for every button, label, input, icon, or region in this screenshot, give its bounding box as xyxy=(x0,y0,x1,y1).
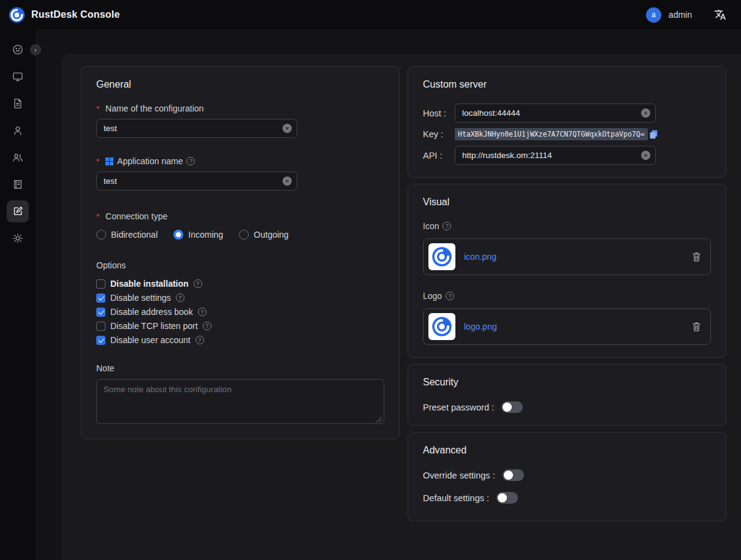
radio-circle xyxy=(173,230,183,240)
translate-icon[interactable] xyxy=(714,9,726,21)
icon-file-row: icon.png xyxy=(423,238,711,275)
visual-title: Visual xyxy=(423,197,711,208)
note-label: Note xyxy=(96,363,384,373)
options-label: Options xyxy=(96,260,384,270)
connection-type-label: * Connection type xyxy=(96,211,384,221)
advanced-card: Advanced Override settings : Default set… xyxy=(408,432,726,521)
checkbox-box xyxy=(96,293,105,303)
logbook-icon xyxy=(12,178,24,191)
settings-gear-icon xyxy=(12,232,24,244)
radio-circle xyxy=(239,230,249,240)
checkbox-box xyxy=(96,308,105,317)
radio-circle xyxy=(96,230,106,240)
icon-label: Icon ? xyxy=(423,221,711,231)
logo-filename-link[interactable]: logo.png xyxy=(464,322,497,331)
monitor-icon xyxy=(12,70,24,83)
options-list: Disable installation ? Disable settings … xyxy=(96,279,384,345)
required-asterisk: * xyxy=(96,157,99,166)
help-icon[interactable]: ? xyxy=(446,292,454,300)
username[interactable]: admin xyxy=(669,10,692,20)
checkbox-box xyxy=(96,279,105,289)
key-value[interactable]: HtaXBkJNHyn0e1U1jWXze7A7CN7QTGWqxkOtpaVp… xyxy=(455,128,648,140)
rustdesk-logo-icon xyxy=(431,316,453,338)
checkbox-box xyxy=(96,322,105,331)
advanced-title: Advanced xyxy=(423,445,711,456)
visual-card: Visual Icon ? xyxy=(408,184,726,358)
content-panel: General * Name of the configuration ✕ * xyxy=(61,54,741,560)
required-asterisk: * xyxy=(96,212,99,221)
document-icon xyxy=(12,97,24,110)
preset-password-toggle[interactable] xyxy=(501,401,523,413)
checkbox-disable-address-book[interactable]: Disable address book ? xyxy=(96,307,384,317)
edit-icon xyxy=(12,205,24,218)
help-icon[interactable]: ? xyxy=(194,279,202,288)
icon-filename-link[interactable]: icon.png xyxy=(464,252,496,262)
host-label: Host : xyxy=(423,108,455,118)
checkbox-disable-tcp-listen-port[interactable]: Disable TCP listen port ? xyxy=(96,321,384,331)
key-label: Key : xyxy=(423,129,455,139)
clear-icon[interactable]: ✕ xyxy=(283,176,292,186)
clear-icon[interactable]: ✕ xyxy=(641,108,650,118)
general-title: General xyxy=(96,79,384,90)
connection-type-group: Bidirectional Incoming Outgoing xyxy=(96,230,384,240)
users-icon xyxy=(12,151,24,164)
help-icon[interactable]: ? xyxy=(186,157,195,165)
top-bar: RustDesk Console a admin xyxy=(0,0,741,29)
host-input[interactable] xyxy=(455,104,656,123)
config-name-label: * Name of the configuration xyxy=(96,104,384,113)
security-card: Security Preset password : xyxy=(408,364,726,426)
checkbox-disable-user-account[interactable]: Disable user account ? xyxy=(96,335,384,345)
logo-label: Logo ? xyxy=(423,291,711,301)
checkbox-disable-installation[interactable]: Disable installation ? xyxy=(96,279,384,289)
radio-outgoing[interactable]: Outgoing xyxy=(239,230,289,240)
rustdesk-logo-icon xyxy=(9,7,25,23)
sidebar-item-custom-clients[interactable] xyxy=(7,200,29,222)
note-textarea[interactable] xyxy=(96,379,384,424)
clear-icon[interactable]: ✕ xyxy=(283,124,292,133)
sidebar-item-user[interactable] xyxy=(7,119,29,142)
api-input[interactable] xyxy=(455,146,656,165)
rustdesk-logo-icon xyxy=(431,246,453,268)
custom-server-title: Custom server xyxy=(423,79,711,90)
override-settings-label: Override settings : xyxy=(423,471,495,480)
delete-icon[interactable] xyxy=(691,321,702,332)
sidebar-item-groups[interactable] xyxy=(7,146,29,168)
override-settings-toggle[interactable] xyxy=(503,469,524,481)
app-title: RustDesk Console xyxy=(31,9,120,20)
checkbox-disable-settings[interactable]: Disable settings ? xyxy=(96,293,384,303)
config-name-input[interactable] xyxy=(96,119,297,138)
preset-password-label: Preset password : xyxy=(423,403,494,412)
help-icon[interactable]: ? xyxy=(176,293,184,302)
clear-icon[interactable]: ✕ xyxy=(641,151,650,160)
api-label: API : xyxy=(423,151,455,161)
user-icon xyxy=(12,124,24,137)
sidebar-item-devices[interactable] xyxy=(7,66,29,88)
custom-server-card: Custom server Host : ✕ Key : HtaXBkJNHyn… xyxy=(408,66,726,178)
logo-file-row: logo.png xyxy=(423,308,711,345)
help-icon[interactable]: ? xyxy=(196,336,204,344)
help-icon[interactable]: ? xyxy=(443,222,451,230)
checkbox-box xyxy=(96,336,105,345)
radio-bidirectional[interactable]: Bidirectional xyxy=(96,230,158,240)
smiley-icon xyxy=(12,44,24,56)
default-settings-toggle[interactable] xyxy=(496,492,518,504)
sidebar-item-documents[interactable] xyxy=(7,93,29,115)
application-name-input[interactable] xyxy=(96,172,297,191)
sidebar-item-settings[interactable] xyxy=(7,227,29,249)
sidebar-item-status[interactable] xyxy=(7,39,29,61)
windows-icon xyxy=(105,157,113,165)
sidebar-expand-button[interactable]: › xyxy=(30,44,41,55)
user-avatar[interactable]: a xyxy=(646,7,661,23)
sidebar-item-logs[interactable] xyxy=(7,173,29,195)
radio-incoming[interactable]: Incoming xyxy=(173,230,223,240)
required-asterisk: * xyxy=(96,104,99,113)
sidebar: › xyxy=(0,29,36,560)
security-title: Security xyxy=(423,377,711,388)
help-icon[interactable]: ? xyxy=(203,322,211,330)
logo-preview xyxy=(428,313,455,340)
general-card: General * Name of the configuration ✕ * xyxy=(81,66,400,439)
main-area: General * Name of the configuration ✕ * xyxy=(36,29,741,560)
help-icon[interactable]: ? xyxy=(198,308,207,316)
delete-icon[interactable] xyxy=(691,251,702,262)
copy-icon[interactable] xyxy=(649,129,658,140)
